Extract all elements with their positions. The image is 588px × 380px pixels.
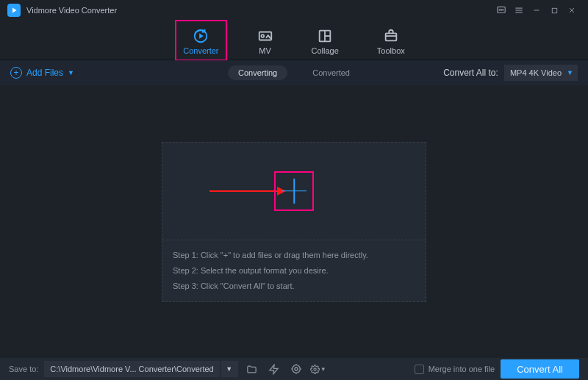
add-files-label: Add Files — [26, 68, 63, 78]
save-to-label: Save to: — [9, 365, 38, 373]
footer: Save to: C:\Vidmore\Vidmore V... Convert… — [0, 358, 588, 380]
plus-circle-icon — [10, 67, 22, 79]
convert-all-to: Convert All to: MP4 4K Video ▼ — [443, 65, 578, 81]
hardware-accel-button[interactable] — [266, 361, 282, 377]
nav-toolbox-label: Toolbox — [377, 46, 405, 55]
main-nav: Converter MV Collage Toolbox — [0, 21, 588, 60]
svg-rect-18 — [385, 33, 396, 40]
mv-icon — [257, 28, 273, 44]
svg-point-27 — [314, 368, 316, 370]
minimize-button[interactable] — [528, 1, 545, 19]
annotation-highlight — [274, 171, 314, 211]
chevron-down-icon[interactable]: ▼ — [220, 365, 238, 373]
checkbox-icon — [415, 365, 424, 374]
convert-all-button[interactable]: Convert All — [501, 359, 579, 379]
convert-all-to-label: Convert All to: — [443, 68, 498, 78]
subtab-converting[interactable]: Converting — [228, 65, 287, 80]
chevron-down-icon: ▼ — [567, 69, 573, 76]
svg-marker-20 — [270, 365, 278, 374]
nav-mv-label: MV — [259, 46, 271, 55]
open-folder-button[interactable] — [244, 361, 260, 377]
chevron-down-icon: ▼ — [320, 366, 326, 373]
maximize-button[interactable] — [545, 1, 563, 19]
nav-converter[interactable]: Converter — [177, 22, 224, 59]
merge-label: Merge into one file — [429, 365, 495, 373]
collage-icon — [317, 28, 333, 44]
nav-converter-label: Converter — [183, 46, 218, 55]
svg-point-1 — [499, 10, 500, 10]
nav-toolbox[interactable]: Toolbox — [371, 22, 411, 59]
app-title: Vidmore Video Converter — [26, 6, 117, 15]
add-files-plus-icon[interactable] — [280, 177, 308, 205]
svg-point-22 — [295, 368, 298, 370]
dropzone[interactable]: Step 1: Click "+" to add files or drag t… — [162, 142, 426, 302]
svg-point-14 — [261, 35, 264, 37]
dropzone-instructions: Step 1: Click "+" to add files or drag t… — [162, 240, 426, 301]
nav-collage-label: Collage — [312, 46, 339, 55]
feedback-icon[interactable] — [492, 1, 510, 19]
instruction-step-2: Step 2: Select the output format you des… — [173, 263, 415, 279]
converter-icon — [193, 28, 209, 44]
high-speed-button[interactable] — [288, 361, 304, 377]
output-format-selected: MP4 4K Video — [510, 68, 562, 77]
instruction-step-3: Step 3: Click "Convert All" to start. — [173, 279, 415, 294]
svg-marker-12 — [200, 33, 204, 38]
merge-checkbox[interactable]: Merge into one file — [415, 365, 495, 374]
output-format-dropdown[interactable]: MP4 4K Video ▼ — [504, 65, 578, 81]
toolbar: Add Files ▼ Converting Converted Convert… — [0, 60, 588, 85]
chevron-down-icon: ▼ — [68, 69, 74, 76]
nav-collage[interactable]: Collage — [306, 22, 345, 59]
subtab-converted[interactable]: Converted — [302, 65, 360, 80]
svg-rect-8 — [552, 8, 556, 12]
close-button[interactable] — [563, 1, 581, 19]
svg-point-3 — [503, 10, 503, 10]
instruction-step-1: Step 1: Click "+" to add files or drag t… — [173, 248, 415, 263]
titlebar: Vidmore Video Converter — [0, 0, 588, 21]
app-logo — [7, 4, 21, 17]
dropzone-upper — [162, 143, 426, 240]
nav-mv[interactable]: MV — [251, 22, 279, 59]
save-path-dropdown[interactable]: C:\Vidmore\Vidmore V... Converter\Conver… — [44, 361, 237, 377]
subtabs: Converting Converted — [228, 65, 360, 80]
workspace: Step 1: Click "+" to add files or drag t… — [0, 85, 588, 358]
save-path-text: C:\Vidmore\Vidmore V... Converter\Conver… — [44, 361, 220, 377]
menu-icon[interactable] — [510, 1, 528, 19]
svg-point-2 — [501, 10, 501, 10]
settings-button[interactable]: ▼ — [310, 361, 326, 377]
add-files-button[interactable]: Add Files ▼ — [10, 67, 74, 79]
svg-point-21 — [292, 365, 300, 373]
toolbox-icon — [383, 28, 399, 44]
